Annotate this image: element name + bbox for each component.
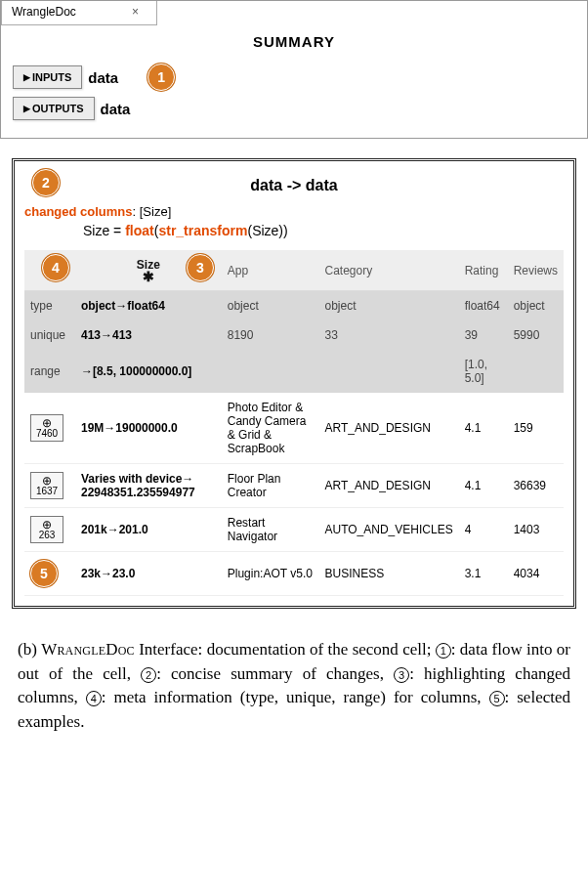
meta-reviews: [508, 350, 564, 393]
code-paren-close: (Size)): [247, 223, 287, 238]
changed-columns-value: : [Size]: [133, 204, 172, 219]
meta-rating: 39: [459, 320, 508, 350]
caption-circle-1: 1: [436, 643, 451, 659]
meta-size: 413→413: [75, 320, 222, 350]
zoom-count: 7460: [36, 429, 58, 439]
annotation-badge-3: 3: [187, 254, 214, 281]
meta-label: type: [24, 291, 75, 321]
cell-app: Photo Editor & Candy Camera & Grid & Scr…: [222, 393, 319, 464]
code-fn-float: float: [125, 223, 154, 238]
cell-category: BUSINESS: [318, 552, 458, 596]
meta-label: unique: [24, 320, 75, 350]
zoom-count: 1637: [36, 487, 58, 496]
summary-heading: SUMMARY: [13, 33, 575, 50]
cell-category: ART_AND_DESIGN: [318, 464, 458, 508]
changed-columns-line: changed columns: [Size]: [24, 204, 564, 219]
meta-row-range: range →[8.5, 100000000.0] [1.0, 5.0]: [24, 350, 564, 393]
table-row[interactable]: 5 23k→23.0 Plugin:AOT v5.0 BUSINESS 3.1 …: [24, 552, 564, 596]
cell-reviews: 159: [508, 393, 564, 464]
table-row[interactable]: ⊕1637 Varies with device→ 22948351.23559…: [24, 464, 564, 508]
top-panel: WrangleDoc × SUMMARY ▶ INPUTS data 1 ▶ O…: [0, 0, 588, 139]
cell-size: 23k→23.0: [75, 552, 222, 596]
meta-reviews: 5990: [508, 320, 564, 350]
outputs-button-label: OUTPUTS: [32, 103, 84, 114]
transform-code: Size = float(str_transform(Size)): [83, 223, 564, 238]
cell-size: 201k→201.0: [75, 508, 222, 552]
annotation-badge-4: 4: [42, 254, 69, 281]
inputs-button-label: INPUTS: [32, 71, 71, 83]
changed-columns-label: changed columns: [24, 204, 133, 219]
annotation-badge-1: 1: [147, 64, 175, 91]
cell-rating: 4.1: [459, 464, 508, 508]
cell-app: Restart Navigator: [222, 508, 319, 552]
meta-category: object: [318, 291, 458, 321]
summary-table: Size ✱ App Category Rating Reviews type …: [24, 250, 564, 596]
outputs-row: ▶ OUTPUTS data: [13, 97, 575, 120]
meta-app: object: [222, 291, 319, 321]
inputs-row: ▶ INPUTS data 1: [13, 64, 575, 91]
caption-circle-4: 4: [86, 691, 102, 706]
meta-row-unique: unique 413→413 8190 33 39 5990: [24, 320, 564, 350]
meta-reviews: object: [508, 291, 564, 321]
cell-category: AUTO_AND_VEHICLES: [318, 508, 458, 552]
close-icon[interactable]: ×: [132, 5, 139, 19]
caption-circle-3: 3: [394, 667, 409, 683]
cell-size: 19M→19000000.0: [75, 393, 222, 464]
cell-app: Floor Plan Creator: [222, 464, 319, 508]
meta-row-type: type object→float64 object object float6…: [24, 291, 564, 321]
col-app[interactable]: App: [222, 250, 319, 291]
caption-appname: WrangleDoc: [41, 640, 135, 659]
meta-size: object→float64: [75, 291, 222, 321]
caption-text: : concise summary of changes,: [156, 664, 394, 683]
table-row[interactable]: ⊕263 201k→201.0 Restart Navigator AUTO_A…: [24, 508, 564, 552]
inputs-button[interactable]: ▶ INPUTS: [13, 65, 82, 89]
meta-label: range: [24, 350, 75, 393]
annotation-badge-5: 5: [30, 560, 58, 587]
code-fn-strtransform: str_transform: [158, 223, 247, 238]
zoom-button[interactable]: ⊕7460: [30, 414, 63, 442]
col-reviews[interactable]: Reviews: [508, 250, 564, 291]
figure-caption: (b) WrangleDoc Interface: documentation …: [0, 620, 588, 758]
meta-category: 33: [318, 320, 458, 350]
meta-rating: float64: [459, 291, 508, 321]
cell-rating: 4.1: [459, 393, 508, 464]
zoom-count: 263: [39, 531, 56, 540]
meta-size: →[8.5, 100000000.0]: [75, 350, 222, 393]
outputs-button[interactable]: ▶ OUTPUTS: [13, 97, 95, 120]
doc-frame: 2 data -> data changed columns: [Size] S…: [12, 158, 576, 609]
meta-rating: [1.0, 5.0]: [459, 350, 508, 393]
meta-category: [318, 350, 458, 393]
cell-size: Varies with device→ 22948351.235594977: [75, 464, 222, 508]
cell-app: Plugin:AOT v5.0: [222, 552, 319, 596]
annotation-badge-2: 2: [32, 169, 60, 196]
table-row[interactable]: ⊕7460 19M→19000000.0 Photo Editor & Cand…: [24, 393, 564, 464]
caption-circle-2: 2: [141, 667, 156, 683]
zoom-button[interactable]: ⊕263: [30, 516, 63, 543]
table-header-row: Size ✱ App Category Rating Reviews: [24, 250, 564, 291]
inputs-value: data: [88, 69, 118, 86]
caret-right-icon: ▶: [23, 104, 30, 113]
tab-wrangledoc[interactable]: WrangleDoc ×: [1, 1, 157, 25]
caret-right-icon: ▶: [23, 72, 30, 82]
meta-app: 8190: [222, 320, 319, 350]
outputs-value: data: [101, 101, 131, 117]
cell-reviews: 1403: [508, 508, 564, 552]
zoom-button[interactable]: ⊕1637: [30, 472, 63, 499]
cell-rating: 3.1: [459, 552, 508, 596]
caption-text: : meta information (type, unique, range)…: [102, 688, 489, 706]
col-category[interactable]: Category: [318, 250, 458, 291]
tab-bar: WrangleDoc ×: [1, 1, 575, 25]
col-rating[interactable]: Rating: [459, 250, 508, 291]
meta-app: [222, 350, 319, 393]
cell-category: ART_AND_DESIGN: [318, 393, 458, 464]
cell-reviews: 36639: [508, 464, 564, 508]
cell-rating: 4: [459, 508, 508, 552]
caption-prefix: (b): [18, 640, 41, 659]
code-prefix: Size =: [83, 223, 125, 238]
caption-text: Interface: documentation of the second c…: [135, 640, 436, 659]
caption-circle-5: 5: [489, 691, 505, 706]
dataflow-title: data -> data: [24, 177, 564, 194]
tab-title: WrangleDoc: [12, 5, 76, 19]
cell-reviews: 4034: [508, 552, 564, 596]
